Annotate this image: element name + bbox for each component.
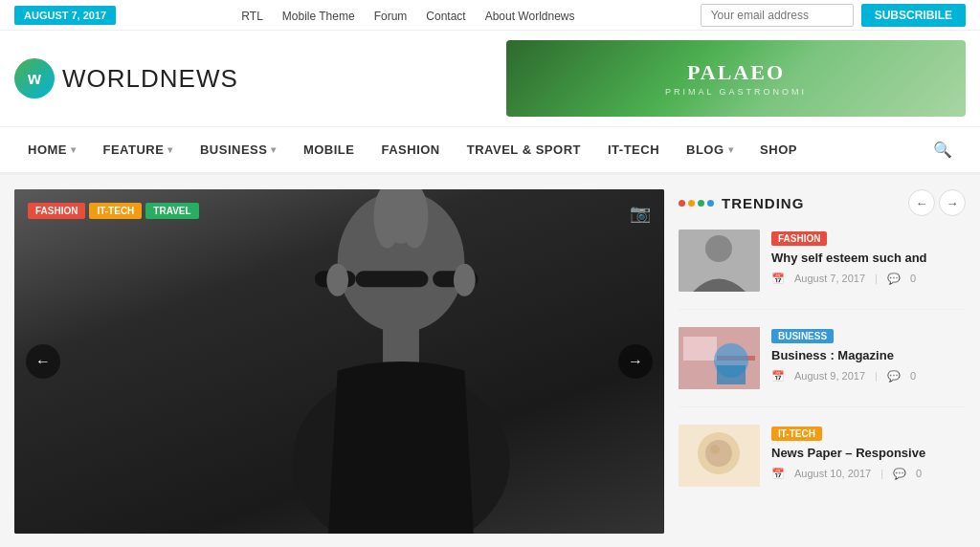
- logo[interactable]: w WORLDNEWS: [14, 58, 238, 98]
- svg-point-12: [705, 235, 732, 262]
- trending-thumb-1: [679, 230, 760, 292]
- trending-content-2: BUSINESS Business : Magazine 📅 August 9,…: [771, 327, 966, 389]
- brand-light: NEWS: [160, 64, 238, 93]
- nav-item-feature[interactable]: FEATURE ▾: [90, 129, 187, 170]
- slider-tag-travel[interactable]: TRAVEL: [145, 203, 198, 219]
- trending-badge-3[interactable]: IT-TECH: [771, 427, 822, 441]
- nav-link-fashion[interactable]: FASHION: [368, 129, 453, 170]
- trending-item: BUSINESS Business : Magazine 📅 August 9,…: [679, 327, 966, 407]
- trending-badge-2[interactable]: BUSINESS: [771, 329, 834, 343]
- search-icon[interactable]: 🔍: [920, 127, 966, 172]
- top-nav-rtl[interactable]: RTL: [241, 10, 262, 23]
- nav-list: HOME ▾ FEATURE ▾ BUSINESS ▾ MOBILE FASHI…: [14, 129, 811, 170]
- nav-item-mobile[interactable]: MOBILE: [290, 129, 368, 170]
- thumbnail-image-2: [679, 327, 760, 389]
- svg-rect-4: [355, 271, 428, 287]
- trending-dots: [679, 200, 714, 207]
- nav-link-ittech[interactable]: IT-TECH: [594, 129, 673, 170]
- thumbnail-image-1: [679, 230, 760, 292]
- slider-tag-ittech[interactable]: IT-TECH: [89, 203, 142, 219]
- top-bar-right: SUBSCRIBILE: [701, 4, 966, 27]
- main-navigation: HOME ▾ FEATURE ▾ BUSINESS ▾ MOBILE FASHI…: [0, 126, 980, 175]
- logo-banner-section: w WORLDNEWS PALAEO PRIMAL GASTRONOMI: [0, 31, 980, 126]
- top-nav-contact[interactable]: Contact: [426, 10, 465, 23]
- comment-icon: 💬: [887, 273, 901, 285]
- chevron-down-icon: ▾: [271, 144, 277, 155]
- nav-item-business[interactable]: BUSINESS ▾: [187, 129, 290, 170]
- dot-green: [698, 200, 704, 207]
- logo-icon: w: [14, 58, 55, 98]
- nav-item-fashion[interactable]: FASHION: [368, 129, 453, 170]
- top-nav-mobile[interactable]: Mobile Theme: [282, 10, 355, 23]
- nav-item-ittech[interactable]: IT-TECH: [594, 129, 673, 170]
- date-badge: AUGUST 7, 2017: [14, 6, 116, 25]
- trending-title-wrap: TRENDING: [679, 195, 804, 211]
- banner-advertisement[interactable]: PALAEO PRIMAL GASTRONOMI: [506, 40, 966, 117]
- slider-image: [14, 189, 664, 534]
- trending-item: IT-TECH News Paper – Responsive 📅 August…: [679, 425, 966, 504]
- nav-item-blog[interactable]: BLOG ▾: [673, 129, 746, 170]
- trending-date-1: August 7, 2017: [794, 273, 865, 284]
- svg-rect-15: [683, 337, 717, 361]
- slider-next-button[interactable]: →: [618, 344, 653, 379]
- slider-tags: FASHION IT-TECH TRAVEL: [28, 203, 199, 219]
- slider-container: FASHION IT-TECH TRAVEL 📷 ← →: [14, 189, 664, 534]
- trending-meta-3: 📅 August 10, 2017 | 💬 0: [771, 468, 966, 480]
- trending-headline-3[interactable]: News Paper – Responsive: [771, 446, 966, 462]
- slider-prev-button[interactable]: ←: [26, 344, 60, 379]
- slider-tag-fashion[interactable]: FASHION: [28, 203, 85, 219]
- brand-bold: WORLD: [62, 64, 160, 93]
- nav-link-travel[interactable]: TRAVEL & SPORT: [454, 129, 594, 170]
- subscribe-button[interactable]: SUBSCRIBILE: [861, 4, 966, 27]
- trending-item: FASHION Why self esteem such and 📅 Augus…: [679, 230, 966, 310]
- email-input[interactable]: [701, 4, 854, 27]
- nav-link-shop[interactable]: SHOP: [746, 129, 811, 170]
- trending-badge-1[interactable]: FASHION: [771, 231, 827, 246]
- nav-link-mobile[interactable]: MOBILE: [290, 129, 368, 170]
- thumbnail-image-3: [679, 425, 760, 487]
- trending-headline-2[interactable]: Business : Magazine: [771, 348, 966, 364]
- trending-meta-2: 📅 August 9, 2017 | 💬 0: [771, 370, 966, 383]
- trending-header: TRENDING ← →: [679, 189, 966, 216]
- comment-icon: 💬: [887, 370, 901, 383]
- nav-link-feature[interactable]: FEATURE ▾: [90, 129, 187, 170]
- banner-inner: PALAEO PRIMAL GASTRONOMI: [665, 60, 807, 97]
- slider-person-silhouette: [248, 189, 554, 534]
- sidebar: TRENDING ← → FASHION Why self e: [679, 189, 966, 534]
- chevron-down-icon: ▾: [71, 144, 77, 155]
- top-nav: RTL Mobile Theme Forum Contact About Wor…: [241, 8, 574, 23]
- trending-thumb-3: [679, 425, 760, 487]
- logo-text: WORLDNEWS: [62, 64, 238, 94]
- trending-comments-1: 0: [910, 273, 916, 284]
- trending-content-1: FASHION Why self esteem such and 📅 Augus…: [771, 230, 966, 292]
- trending-comments-3: 0: [916, 468, 922, 479]
- nav-item-home[interactable]: HOME ▾: [14, 129, 90, 170]
- svg-point-20: [705, 440, 732, 467]
- hero-slider: FASHION IT-TECH TRAVEL 📷 ← →: [14, 189, 664, 534]
- top-nav-about[interactable]: About Worldnews: [485, 10, 575, 23]
- svg-point-9: [453, 264, 475, 296]
- banner-title: PALAEO: [665, 60, 807, 85]
- svg-rect-17: [717, 365, 746, 384]
- trending-headline-1[interactable]: Why self esteem such and: [771, 251, 966, 267]
- svg-point-10: [326, 264, 348, 296]
- nav-link-business[interactable]: BUSINESS ▾: [187, 129, 290, 170]
- trending-prev-button[interactable]: ←: [908, 189, 935, 216]
- calendar-icon: 📅: [771, 370, 785, 383]
- meta-separator: |: [880, 468, 883, 479]
- top-nav-forum[interactable]: Forum: [374, 10, 408, 23]
- meta-separator: |: [875, 370, 878, 382]
- dot-red: [679, 200, 685, 207]
- trending-content-3: IT-TECH News Paper – Responsive 📅 August…: [771, 425, 966, 487]
- nav-link-blog[interactable]: BLOG ▾: [673, 129, 746, 170]
- calendar-icon: 📅: [771, 468, 785, 480]
- meta-separator: |: [875, 273, 878, 284]
- trending-next-button[interactable]: →: [939, 189, 966, 216]
- nav-link-home[interactable]: HOME ▾: [14, 129, 90, 170]
- comment-icon: 💬: [893, 468, 906, 480]
- nav-item-travel[interactable]: TRAVEL & SPORT: [454, 129, 594, 170]
- trending-thumb-2: [679, 327, 760, 389]
- top-bar: AUGUST 7, 2017 RTL Mobile Theme Forum Co…: [0, 0, 980, 31]
- nav-item-shop[interactable]: SHOP: [746, 129, 811, 170]
- dot-blue: [707, 200, 714, 207]
